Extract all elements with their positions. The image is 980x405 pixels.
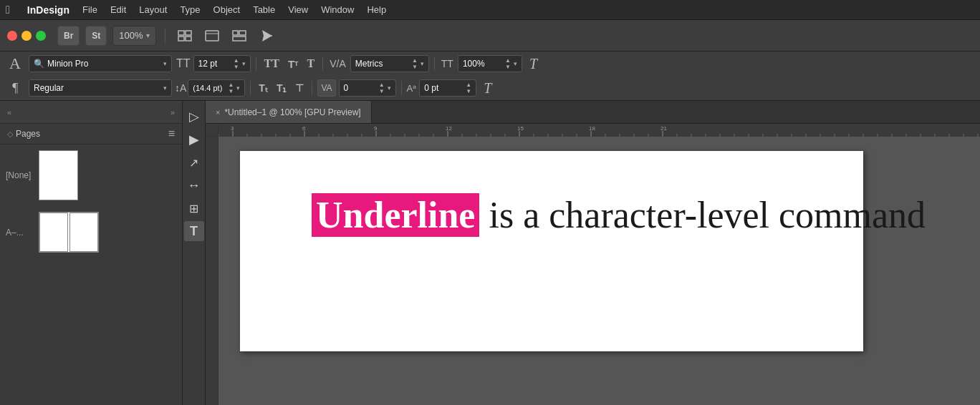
page-right: [69, 213, 98, 252]
ts-btn-3[interactable]: ⊤: [292, 81, 307, 95]
optical-icon: Aᵃ: [407, 83, 417, 94]
scale-field[interactable]: 100% ▲▼ ▾: [458, 55, 522, 72]
svg-rect-0: [178, 31, 184, 35]
font-size-value: 12 pt: [198, 59, 229, 69]
bridge-button[interactable]: Br: [57, 26, 80, 46]
apple-menu[interactable]: : [6, 4, 10, 16]
page-none: [None]: [6, 150, 176, 200]
svg-rect-3: [186, 36, 191, 41]
text-tool[interactable]: T: [184, 221, 204, 241]
content-tool[interactable]: ⊞: [184, 198, 204, 218]
page-spread-thumb[interactable]: [39, 212, 99, 253]
canvas-area: × *Untitled–1 @ 100% [GPU Preview] Under…: [206, 101, 980, 405]
kern-label-left: V/A: [330, 58, 346, 69]
scale-value: 100%: [463, 59, 501, 69]
menu-type[interactable]: Type: [180, 4, 200, 15]
minimize-button[interactable]: [21, 31, 32, 41]
optical-spinners[interactable]: ▲▼: [466, 82, 471, 94]
style-dropdown[interactable]: ▾: [163, 84, 167, 92]
font-name-field[interactable]: 🔍 Minion Pro ▾: [29, 55, 172, 72]
zoom-control[interactable]: 100% ▾: [112, 26, 155, 46]
svg-rect-8: [233, 36, 246, 41]
stock-button[interactable]: St: [85, 26, 107, 46]
frame-btn[interactable]: [201, 25, 223, 47]
page-spread-label: A–...: [6, 228, 32, 238]
type-sep-2: [322, 57, 323, 71]
optical-field[interactable]: 0 pt ▲▼: [419, 79, 476, 97]
pages-panel-title: Pages: [16, 129, 40, 139]
leading-value: (14.4 pt): [193, 84, 224, 92]
ruler-corner: [206, 124, 218, 137]
tt-btn-1[interactable]: TT: [261, 56, 282, 72]
font-dropdown-icon[interactable]: ▾: [163, 60, 167, 67]
menu-layout[interactable]: Layout: [139, 4, 167, 15]
page-left: [39, 213, 68, 252]
font-name-value: Minion Pro: [47, 59, 160, 69]
kern-spinners[interactable]: ▲▼: [412, 57, 418, 70]
ts-btn-1[interactable]: Tₜ: [256, 81, 271, 95]
sidebar-collapse-left[interactable]: «: [7, 108, 11, 117]
ruler-row: [206, 124, 980, 137]
menu-edit[interactable]: Edit: [110, 4, 126, 15]
menu-window[interactable]: Window: [321, 4, 354, 15]
font-size-field[interactable]: 12 pt ▲▼ ▾: [193, 55, 251, 72]
grid-btn[interactable]: [229, 25, 250, 47]
zoom-dropdown-icon[interactable]: ▾: [146, 31, 150, 39]
page-tool[interactable]: ↗: [184, 152, 204, 172]
pages-panel-menu[interactable]: ≡: [168, 127, 175, 140]
style-field[interactable]: Regular ▾: [29, 79, 172, 97]
baseline-container: VA: [317, 79, 335, 97]
gap-tool[interactable]: ↔: [184, 175, 204, 195]
fullscreen-button[interactable]: [36, 31, 46, 41]
kern-dropdown[interactable]: ▾: [421, 60, 424, 67]
italic-style-btn[interactable]: T: [529, 56, 537, 72]
scale-dropdown[interactable]: ▾: [514, 60, 517, 67]
baseline-field[interactable]: 0 ▲▼ ▾: [339, 79, 396, 97]
send-btn[interactable]: [256, 25, 277, 47]
baseline-spinners[interactable]: ▲▼: [379, 82, 385, 94]
page-none-thumb[interactable]: [39, 150, 78, 200]
style-value: Regular: [34, 83, 160, 93]
page-canvas: Underline is a character-level command: [240, 151, 863, 351]
character-icon: A: [4, 54, 26, 73]
document-tab[interactable]: × *Untitled–1 @ 100% [GPU Preview]: [206, 101, 372, 123]
font-size-spinners[interactable]: ▲▼: [234, 57, 239, 70]
tt-btn-3[interactable]: T: [304, 56, 318, 72]
scale-label-left: TT: [441, 58, 453, 69]
close-button[interactable]: [7, 31, 17, 41]
sidebar-collapse-right[interactable]: »: [170, 108, 175, 117]
svg-rect-4: [206, 31, 218, 41]
font-size-dropdown[interactable]: ▾: [242, 60, 246, 67]
pages-diamond-icon: ◇: [7, 130, 13, 139]
tab-close-btn[interactable]: ×: [216, 108, 220, 117]
menu-object[interactable]: Object: [213, 4, 241, 15]
leading-field[interactable]: (14.4 pt) ▲▼ ▾: [188, 79, 245, 97]
kern-value: Metrics: [355, 59, 408, 69]
leading-spinners[interactable]: ▲▼: [228, 82, 234, 94]
canvas-scroll[interactable]: Underline is a character-level command: [206, 137, 980, 405]
type-sep-4: [250, 81, 251, 95]
kern-field[interactable]: Metrics ▲▼ ▾: [350, 55, 429, 72]
menu-file[interactable]: File: [82, 4, 97, 15]
selection-tool[interactable]: ▷: [184, 107, 204, 127]
view-options-btn[interactable]: [174, 25, 196, 47]
ts-btn-2[interactable]: T₁: [274, 81, 290, 95]
tab-bar: × *Untitled–1 @ 100% [GPU Preview]: [206, 101, 980, 124]
menu-view[interactable]: View: [288, 4, 308, 15]
sidebar: « » ◇ Pages ≡ [None] A–...: [0, 101, 183, 405]
canvas-viewport[interactable]: Underline is a character-level command: [218, 137, 980, 405]
horizontal-ruler: [218, 124, 980, 137]
italic-style-btn-2[interactable]: T: [484, 80, 491, 97]
menu-table[interactable]: Table: [253, 4, 275, 15]
menu-help[interactable]: Help: [367, 4, 386, 15]
main-layout: « » ◇ Pages ≡ [None] A–...: [0, 101, 980, 405]
direct-selection-tool[interactable]: ▶: [184, 130, 204, 150]
baseline-value: 0: [344, 83, 375, 93]
baseline-dropdown[interactable]: ▾: [388, 84, 391, 92]
page-none-label: [None]: [6, 170, 32, 180]
leading-dropdown[interactable]: ▾: [236, 84, 240, 92]
traffic-lights: [7, 31, 46, 41]
tt-btn-2[interactable]: TT: [285, 57, 302, 72]
scale-spinners[interactable]: ▲▼: [505, 57, 511, 70]
toolbar-separator-1: [165, 29, 165, 43]
